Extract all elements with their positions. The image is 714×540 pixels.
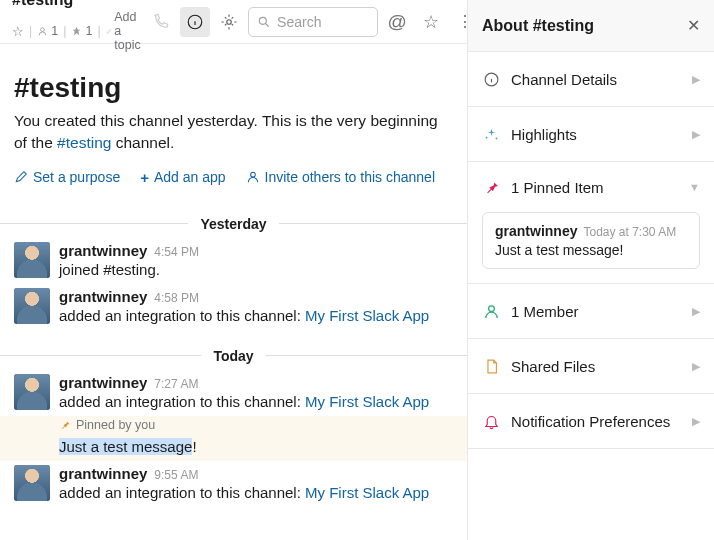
about-title: About #testing: [482, 17, 687, 35]
message-author[interactable]: grantwinney: [59, 242, 147, 259]
set-purpose-link[interactable]: Set a purpose: [14, 169, 120, 186]
pinned-card[interactable]: grantwinneyToday at 7:30 AM Just a test …: [482, 212, 700, 269]
app-link[interactable]: My First Slack App: [305, 484, 429, 501]
section-channel-details[interactable]: Channel Details ▶: [468, 52, 714, 107]
invite-link[interactable]: Invite others to this channel: [246, 169, 435, 186]
section-members[interactable]: 1 Member ▶: [468, 284, 714, 339]
message-time: 9:55 AM: [154, 468, 198, 482]
chevron-right-icon: ▶: [692, 305, 700, 318]
message-author[interactable]: grantwinney: [59, 374, 147, 391]
message-author[interactable]: grantwinney: [59, 288, 147, 305]
about-panel: About #testing ✕ Channel Details ▶ Highl…: [468, 0, 714, 540]
svg-point-5: [488, 305, 494, 311]
hero-text: You created this channel yesterday. This…: [14, 110, 453, 155]
star-items-icon[interactable]: ☆: [416, 7, 446, 37]
sparkle-icon: [482, 125, 500, 143]
svg-point-1: [227, 19, 232, 24]
star-icon[interactable]: ☆: [12, 24, 24, 39]
avatar[interactable]: [14, 288, 50, 324]
pin-author: grantwinney: [495, 223, 577, 239]
pin-icon: [482, 178, 500, 196]
message-body: added an integration to this channel: My…: [59, 391, 429, 412]
add-app-link[interactable]: +Add an app: [140, 169, 225, 186]
avatar[interactable]: [14, 374, 50, 410]
pins-count[interactable]: 1: [71, 24, 92, 38]
pinned-indicator: Pinned by you: [0, 416, 467, 438]
pinned-message[interactable]: Just a test message!: [0, 438, 467, 461]
call-icon[interactable]: [146, 7, 176, 37]
pin-text: Just a test message!: [495, 242, 687, 258]
message-time: 4:54 PM: [154, 245, 199, 259]
search-input[interactable]: [248, 7, 378, 37]
avatar[interactable]: [14, 465, 50, 501]
date-divider-today: Today: [0, 348, 467, 364]
message-author[interactable]: grantwinney: [59, 465, 147, 482]
chevron-right-icon: ▶: [692, 73, 700, 86]
date-divider-yesterday: Yesterday: [0, 216, 467, 232]
message-row[interactable]: grantwinney7:27 AM added an integration …: [0, 370, 467, 416]
message-body: joined #testing.: [59, 259, 199, 280]
section-shared-files[interactable]: Shared Files ▶: [468, 339, 714, 394]
section-highlights[interactable]: Highlights ▶: [468, 107, 714, 162]
app-link[interactable]: My First Slack App: [305, 307, 429, 324]
bell-icon: [482, 412, 500, 430]
file-icon: [482, 357, 500, 375]
message-row[interactable]: grantwinney4:54 PM joined #testing.: [0, 238, 467, 284]
app-link[interactable]: My First Slack App: [305, 393, 429, 410]
section-pinned[interactable]: 1 Pinned Item ▼: [468, 162, 714, 212]
chevron-down-icon: ▼: [689, 181, 700, 193]
message-time: 4:58 PM: [154, 291, 199, 305]
svg-point-3: [250, 173, 255, 178]
channel-name[interactable]: #testing: [12, 0, 146, 9]
close-icon[interactable]: ✕: [687, 16, 700, 35]
message-row[interactable]: grantwinney9:55 AM added an integration …: [0, 461, 467, 507]
message-body: added an integration to this channel: My…: [59, 482, 429, 503]
chevron-right-icon: ▶: [692, 415, 700, 428]
more-icon[interactable]: ⋮: [450, 7, 468, 37]
section-notifications[interactable]: Notification Preferences ▶: [468, 394, 714, 449]
mentions-icon[interactable]: @: [382, 7, 412, 37]
avatar[interactable]: [14, 242, 50, 278]
message-row[interactable]: grantwinney4:58 PM added an integration …: [0, 284, 467, 330]
members-count[interactable]: 1: [37, 24, 58, 38]
info-icon: [482, 70, 500, 88]
message-body: added an integration to this channel: My…: [59, 305, 429, 326]
chevron-right-icon: ▶: [692, 360, 700, 373]
gear-icon[interactable]: [214, 7, 244, 37]
svg-point-2: [259, 17, 266, 24]
channel-link[interactable]: #testing: [57, 134, 111, 151]
hero-title: #testing: [14, 72, 453, 104]
user-icon: [482, 302, 500, 320]
message-time: 7:27 AM: [154, 377, 198, 391]
pin-time: Today at 7:30 AM: [583, 225, 676, 239]
chevron-right-icon: ▶: [692, 128, 700, 141]
info-icon[interactable]: [180, 7, 210, 37]
channel-header: #testing ☆ | 1 | 1 | Add a topic @ ☆ ⋮: [0, 0, 467, 44]
